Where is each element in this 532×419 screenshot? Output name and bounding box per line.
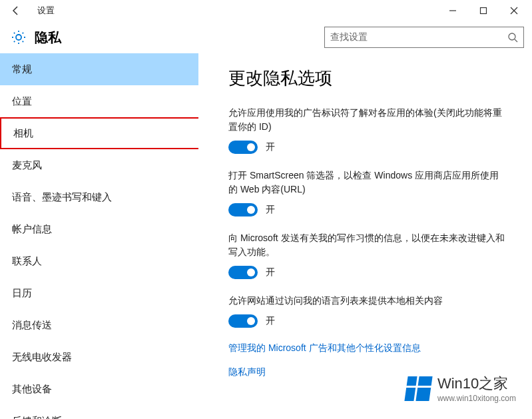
titlebar: 设置 xyxy=(0,0,532,21)
sidebar-item-label: 消息传送 xyxy=(12,319,52,332)
setting-desc: 打开 SmartScreen 筛选器，以检查 Windows 应用商店应用所使用… xyxy=(228,169,505,197)
sidebar-item-label: 相机 xyxy=(13,127,33,140)
sidebar: 常规 位置 相机 麦克风 语音、墨迹书写和键入 帐户信息 联系人 日历 消息传送… xyxy=(0,53,198,419)
toggle-switch[interactable] xyxy=(228,266,258,279)
window-controls xyxy=(437,0,529,21)
close-icon xyxy=(510,7,518,15)
sidebar-item-other-devices[interactable]: 其他设备 xyxy=(0,373,198,405)
sidebar-item-camera[interactable]: 相机 xyxy=(0,117,198,149)
toggle-row: 开 xyxy=(228,266,505,279)
sidebar-item-label: 联系人 xyxy=(12,255,42,268)
toggle-state-label: 开 xyxy=(266,315,275,327)
close-button[interactable] xyxy=(499,0,529,21)
toggle-switch[interactable] xyxy=(228,203,258,216)
setting-typing-info: 向 Microsoft 发送有关我的写作习惯的信息，以便在未来改进键入和写入功能… xyxy=(228,231,505,279)
window-title: 设置 xyxy=(29,5,437,17)
sidebar-item-account[interactable]: 帐户信息 xyxy=(0,213,198,245)
setting-language-list: 允许网站通过访问我的语言列表来提供本地相关内容 开 xyxy=(228,294,505,328)
watermark-url: www.win10xitong.com xyxy=(437,394,516,403)
toggle-switch[interactable] xyxy=(228,141,258,154)
sidebar-item-label: 位置 xyxy=(12,95,32,108)
search-input[interactable]: 查找设置 xyxy=(324,27,524,48)
arrow-left-icon xyxy=(11,5,21,16)
sidebar-item-contacts[interactable]: 联系人 xyxy=(0,245,198,277)
content-area: 常规 位置 相机 麦克风 语音、墨迹书写和键入 帐户信息 联系人 日历 消息传送… xyxy=(0,53,532,419)
sidebar-item-label: 帐户信息 xyxy=(12,223,52,236)
main-panel: 更改隐私选项 允许应用使用我的广告标识符了解对各应用的体验(关闭此功能将重置你的… xyxy=(198,53,532,419)
back-button[interactable] xyxy=(3,0,29,21)
page-title: 隐私 xyxy=(32,29,61,47)
toggle-row: 开 xyxy=(228,141,505,154)
sidebar-item-label: 日历 xyxy=(12,287,32,300)
sidebar-item-label: 麦克风 xyxy=(12,159,42,172)
main-heading: 更改隐私选项 xyxy=(228,67,505,90)
minimize-icon xyxy=(449,7,457,15)
manage-ads-link[interactable]: 管理我的 Microsoft 广告和其他个性化设置信息 xyxy=(228,342,505,354)
sidebar-item-radios[interactable]: 无线电收发器 xyxy=(0,341,198,373)
sidebar-item-messaging[interactable]: 消息传送 xyxy=(0,309,198,341)
sidebar-item-feedback[interactable]: 反馈和诊断 xyxy=(0,405,198,419)
toggle-state-label: 开 xyxy=(266,266,275,278)
gear-icon xyxy=(11,29,27,45)
svg-point-4 xyxy=(509,33,515,40)
minimize-button[interactable] xyxy=(437,0,468,21)
sidebar-item-label: 其他设备 xyxy=(12,383,52,396)
sidebar-item-calendar[interactable]: 日历 xyxy=(0,277,198,309)
toggle-switch[interactable] xyxy=(228,314,258,328)
maximize-button[interactable] xyxy=(468,0,499,21)
toggle-state-label: 开 xyxy=(266,141,275,153)
svg-rect-1 xyxy=(481,8,487,14)
settings-gear[interactable] xyxy=(5,29,32,45)
sidebar-item-speech[interactable]: 语音、墨迹书写和键入 xyxy=(0,181,198,213)
sidebar-item-microphone[interactable]: 麦克风 xyxy=(0,149,198,181)
sidebar-item-location[interactable]: 位置 xyxy=(0,85,198,117)
search-icon xyxy=(507,32,518,43)
setting-ad-id: 允许应用使用我的广告标识符了解对各应用的体验(关闭此功能将重置你的 ID) 开 xyxy=(228,106,505,154)
windows-logo-icon xyxy=(404,376,432,401)
maximize-icon xyxy=(479,7,487,15)
setting-desc: 允许应用使用我的广告标识符了解对各应用的体验(关闭此功能将重置你的 ID) xyxy=(228,106,505,134)
sidebar-item-label: 语音、墨迹书写和键入 xyxy=(12,191,112,204)
watermark: Win10之家 www.win10xitong.com xyxy=(406,374,516,403)
toggle-row: 开 xyxy=(228,203,505,216)
search-placeholder: 查找设置 xyxy=(330,31,507,43)
sidebar-item-label: 常规 xyxy=(12,63,32,76)
setting-smartscreen: 打开 SmartScreen 筛选器，以检查 Windows 应用商店应用所使用… xyxy=(228,169,505,216)
sidebar-item-general[interactable]: 常规 xyxy=(0,53,198,85)
toggle-state-label: 开 xyxy=(266,204,275,216)
setting-desc: 向 Microsoft 发送有关我的写作习惯的信息，以便在未来改进键入和写入功能… xyxy=(228,231,505,259)
sidebar-item-label: 无线电收发器 xyxy=(12,351,72,364)
svg-line-5 xyxy=(515,39,517,42)
header: 隐私 查找设置 xyxy=(0,21,532,53)
watermark-brand: Win10之家 xyxy=(437,374,516,394)
setting-desc: 允许网站通过访问我的语言列表来提供本地相关内容 xyxy=(228,294,505,308)
toggle-row: 开 xyxy=(228,314,505,328)
sidebar-item-label: 反馈和诊断 xyxy=(12,415,62,420)
